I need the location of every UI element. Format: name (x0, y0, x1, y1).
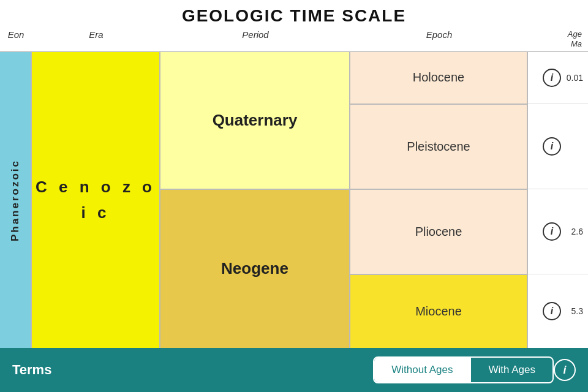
age-value-miocene: 5.3 (565, 306, 583, 316)
epoch-pleistocene-label: Pleistocene (407, 140, 470, 154)
epoch-holocene: Holocene (350, 52, 527, 104)
age-row-pliocene: i 2.6 (528, 189, 588, 274)
toggle-group: Without Ages With Ages (373, 356, 554, 383)
age-value-holocene: 0.01 (565, 73, 583, 83)
app: GEOLOGIC TIME SCALE Eon Era Period Epoch… (0, 0, 588, 392)
epoch-column: Holocene Pleistocene Pliocene Miocene (350, 52, 528, 348)
age-column: i 0.01 i i 2.6 i 5.3 (528, 52, 588, 348)
info-button-miocene[interactable]: i (543, 302, 561, 320)
age-row-holocene: i 0.01 (528, 52, 588, 104)
period-quaternary: Quaternary (160, 52, 349, 189)
column-headers: Eon Era Period Epoch AgeMa (0, 29, 588, 52)
terms-label: Terms (12, 362, 373, 378)
epoch-miocene-label: Miocene (415, 304, 462, 318)
header-age: AgeMa (528, 29, 588, 48)
info-button-pliocene[interactable]: i (543, 222, 561, 241)
title-bar: GEOLOGIC TIME SCALE (0, 0, 588, 29)
age-row-pleistocene: i (528, 104, 588, 189)
period-neogene: Neogene (160, 190, 349, 348)
header-period: Period (160, 29, 350, 48)
epoch-holocene-label: Holocene (413, 70, 465, 85)
period-quaternary-label: Quaternary (213, 111, 298, 130)
bottom-info-button[interactable]: i (554, 359, 576, 381)
period-column: Quaternary Neogene (160, 52, 350, 348)
epoch-pliocene: Pliocene (350, 190, 527, 275)
age-value-pliocene: 2.6 (565, 227, 583, 236)
without-ages-button[interactable]: Without Ages (374, 358, 470, 382)
info-button-holocene[interactable]: i (543, 69, 561, 87)
epoch-pleistocene: Pleistocene (350, 105, 527, 190)
header-epoch: Epoch (350, 29, 528, 48)
age-row-miocene: i 5.3 (528, 274, 588, 348)
eon-column: Phanerozoic (0, 52, 32, 348)
with-ages-button[interactable]: With Ages (470, 358, 552, 382)
period-neogene-label: Neogene (221, 259, 288, 278)
page-title: GEOLOGIC TIME SCALE (0, 6, 588, 26)
eon-label: Phanerozoic (9, 159, 21, 241)
epoch-miocene: Miocene (350, 275, 527, 348)
header-era: Era (32, 29, 160, 48)
era-column: C e n o z o i c (32, 52, 160, 348)
grid: Phanerozoic C e n o z o i c Quaternary N… (0, 52, 588, 348)
bottom-bar: Terms Without Ages With Ages i (0, 348, 588, 392)
era-label: C e n o z o i c (32, 175, 159, 225)
epoch-pliocene-label: Pliocene (415, 225, 462, 239)
info-button-pleistocene[interactable]: i (543, 137, 561, 156)
header-eon: Eon (0, 29, 32, 48)
